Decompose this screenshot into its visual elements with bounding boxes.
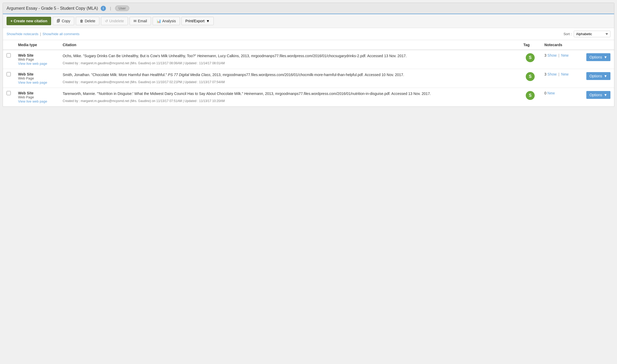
toolbar: + Create new citation 🗐 Copy 🗑 Delete ↺ … xyxy=(3,14,614,28)
citation-text: Tarenworth, Mannie. "'Nutrition in Disgu… xyxy=(63,91,516,97)
options-row: Show/hide notecards | Show/hide all comm… xyxy=(3,28,614,40)
undelete-button[interactable]: ↺ Undelete xyxy=(101,17,128,25)
options-chevron-icon: ▼ xyxy=(604,93,607,97)
th-checkbox xyxy=(3,40,14,50)
citation-meta: Created by : margaret.m.gaudino@mcpsmd.n… xyxy=(63,61,516,66)
undelete-icon: ↺ xyxy=(105,19,108,23)
view-live-link[interactable]: View live web page xyxy=(18,81,47,84)
delete-icon: 🗑 xyxy=(80,19,83,23)
email-button[interactable]: ✉ Email xyxy=(130,17,151,25)
tag-badge[interactable]: S xyxy=(526,53,535,62)
citations-table: Media type Citation Tag Notecards Web Si… xyxy=(3,40,614,106)
analysis-icon: 📊 xyxy=(157,19,161,23)
page-title: Argument Essay - Grade 5 - Student Copy … xyxy=(7,6,98,11)
notecard-count: 0 xyxy=(544,91,548,95)
view-live-link[interactable]: View live web page xyxy=(18,99,47,103)
th-media-type: Media type xyxy=(14,40,59,50)
notecard-show-link[interactable]: Show xyxy=(548,72,557,76)
view-live-link[interactable]: View live web page xyxy=(18,62,47,66)
notecard-new-link[interactable]: New xyxy=(548,91,555,95)
copy-label: Copy xyxy=(62,19,70,23)
th-notecards: Notecards xyxy=(541,40,583,50)
analysis-label: Analysis xyxy=(162,19,176,23)
avatar: User xyxy=(115,6,129,11)
table-row: Web Site Web Page View live web page Smi… xyxy=(3,69,614,88)
title-separator: | xyxy=(110,6,111,10)
create-citation-button[interactable]: + Create new citation xyxy=(7,17,51,25)
options-chevron-icon: ▼ xyxy=(604,74,607,78)
row-checkbox-3[interactable] xyxy=(7,91,11,95)
table-row: Web Site Web Page View live web page Och… xyxy=(3,50,614,69)
th-options xyxy=(583,40,614,50)
media-type-main: Web Site xyxy=(18,91,55,95)
show-hide-comments-link[interactable]: Show/hide all comments xyxy=(42,32,79,36)
media-type-sub: Web Page xyxy=(18,76,55,80)
media-type-main: Web Site xyxy=(18,72,55,76)
options-button[interactable]: Options ▼ xyxy=(586,91,610,99)
copy-button[interactable]: 🗐 Copy xyxy=(53,17,74,25)
links-separator: | xyxy=(40,32,41,36)
options-chevron-icon: ▼ xyxy=(604,55,607,59)
options-button[interactable]: Options ▼ xyxy=(586,53,610,61)
notecard-count: 3 xyxy=(544,72,548,76)
th-tag: Tag xyxy=(520,40,541,50)
notecard-count: 3 xyxy=(544,53,548,57)
analysis-button[interactable]: 📊 Analysis xyxy=(153,17,180,25)
notecard-show-link[interactable]: Show xyxy=(548,53,557,57)
app-wrapper: Argument Essay - Grade 5 - Student Copy … xyxy=(3,3,614,107)
citation-meta: Created by : margaret.m.gaudino@mcpsmd.n… xyxy=(63,99,516,103)
links-area: Show/hide notecards | Show/hide all comm… xyxy=(7,32,79,36)
delete-label: Delete xyxy=(85,19,95,23)
options-button[interactable]: Options ▼ xyxy=(586,72,610,80)
options-label: Options xyxy=(589,93,602,97)
sort-select[interactable]: Alphabetic Date Added Date Updated Media… xyxy=(574,31,610,37)
sort-label: Sort : xyxy=(564,32,572,36)
chevron-down-icon: ▼ xyxy=(206,19,210,23)
undelete-label: Undelete xyxy=(109,19,124,23)
media-type-main: Web Site xyxy=(18,53,55,57)
notecard-new-link[interactable]: New xyxy=(561,72,568,76)
copy-icon: 🗐 xyxy=(57,19,60,23)
table-header-row: Media type Citation Tag Notecards xyxy=(3,40,614,50)
options-label: Options xyxy=(589,74,602,78)
table-row: Web Site Web Page View live web page Tar… xyxy=(3,88,614,107)
print-export-button[interactable]: Print/Export ▼ xyxy=(181,17,214,25)
media-type-sub: Web Page xyxy=(18,95,55,99)
citation-meta: Created by : margaret.m.gaudino@mcpsmd.n… xyxy=(63,80,516,84)
email-label: Email xyxy=(138,19,147,23)
sort-area: Sort : Alphabetic Date Added Date Update… xyxy=(564,31,610,37)
row-checkbox-1[interactable] xyxy=(7,53,11,57)
row-checkbox-2[interactable] xyxy=(7,72,11,76)
title-bar: Argument Essay - Grade 5 - Student Copy … xyxy=(3,3,614,14)
tag-badge[interactable]: S xyxy=(526,91,535,100)
show-hide-notecards-link[interactable]: Show/hide notecards xyxy=(7,32,38,36)
print-export-label: Print/Export xyxy=(185,19,205,23)
citation-text: Smith, Jonathan. "Chocolate Milk: More H… xyxy=(63,72,516,78)
citation-text: Ochs, Mike. "Sugary Drinks Can Be Unheal… xyxy=(63,53,516,59)
th-citation: Citation xyxy=(59,40,520,50)
notecard-new-link[interactable]: New xyxy=(561,53,568,57)
media-type-sub: Web Page xyxy=(18,57,55,61)
email-icon: ✉ xyxy=(133,19,137,23)
options-label: Options xyxy=(589,55,602,59)
info-icon[interactable]: i xyxy=(101,6,106,11)
tag-badge[interactable]: S xyxy=(526,72,535,81)
delete-button[interactable]: 🗑 Delete xyxy=(76,17,99,25)
